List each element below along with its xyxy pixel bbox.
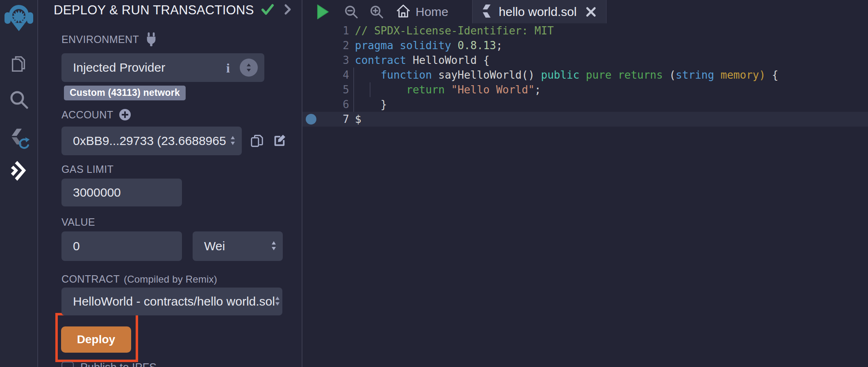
success-check-icon bbox=[261, 2, 275, 18]
deploy-highlight-box: Deploy bbox=[55, 313, 138, 362]
code-line-6: 6 } bbox=[302, 97, 868, 112]
code-text: } bbox=[355, 98, 387, 111]
line-number[interactable]: 7 bbox=[317, 113, 349, 125]
deploy-run-icon[interactable] bbox=[7, 160, 30, 183]
tab-home-label: Home bbox=[416, 5, 448, 19]
glyph-margin[interactable] bbox=[302, 68, 317, 82]
code-line-5: 5 return "Hello World"; bbox=[302, 82, 868, 97]
line-number[interactable]: 2 bbox=[317, 39, 349, 52]
contract-select[interactable]: HelloWorld - contracts/hello world.sol bbox=[61, 288, 282, 315]
tab-file-label: hello world.sol bbox=[499, 5, 577, 19]
home-icon bbox=[396, 4, 411, 20]
code-text: pragma solidity 0.8.13; bbox=[355, 39, 502, 52]
tab-hello-world-sol[interactable]: hello world.sol bbox=[472, 0, 607, 23]
environment-select[interactable]: Injected Provider bbox=[61, 53, 264, 82]
value-unit-select[interactable]: Wei bbox=[193, 231, 283, 261]
glyph-margin[interactable] bbox=[302, 23, 317, 38]
breakpoint-dot[interactable] bbox=[306, 114, 316, 125]
code-text: return "Hello World"; bbox=[355, 84, 541, 96]
network-badge: Custom (43113) network bbox=[64, 86, 186, 100]
glyph-margin[interactable] bbox=[302, 38, 317, 53]
contract-sublabel: (Compiled by Remix) bbox=[124, 274, 217, 284]
environment-label-row: ENVIRONMENT bbox=[61, 32, 302, 47]
code-line-3: 3contract HelloWorld { bbox=[302, 53, 868, 68]
gas-limit-label: GAS LIMIT bbox=[61, 164, 302, 174]
line-number[interactable]: 3 bbox=[317, 54, 349, 66]
code-line-2: 2pragma solidity 0.8.13; bbox=[302, 38, 868, 53]
code-text: contract HelloWorld { bbox=[355, 54, 490, 66]
deploy-button[interactable]: Deploy bbox=[61, 326, 131, 353]
glyph-margin[interactable] bbox=[302, 82, 317, 97]
environment-updown-icon[interactable] bbox=[240, 59, 258, 77]
add-account-icon[interactable] bbox=[119, 109, 131, 121]
edit-account-icon[interactable] bbox=[272, 134, 286, 148]
copy-account-icon[interactable] bbox=[250, 134, 264, 148]
account-value: 0xBB9...29733 (23.6688965 bbox=[73, 134, 226, 148]
account-select[interactable]: 0xBB9...29733 (23.6688965 bbox=[61, 127, 242, 155]
contract-value: HelloWorld - contracts/hello world.sol bbox=[73, 295, 275, 308]
glyph-margin[interactable] bbox=[302, 97, 317, 112]
value-row: 0 Wei bbox=[61, 231, 302, 261]
breakpoint-margin[interactable] bbox=[302, 112, 317, 127]
tab-home[interactable]: Home bbox=[396, 4, 448, 20]
gas-limit-value: 3000000 bbox=[73, 186, 121, 199]
value-amount: 0 bbox=[73, 239, 80, 253]
value-label: VALUE bbox=[61, 217, 302, 227]
gas-limit-input[interactable]: 3000000 bbox=[61, 179, 182, 206]
editor-area: Home hello world.sol 1// SPDX-License-Id… bbox=[302, 0, 868, 367]
account-label: ACCOUNT bbox=[61, 110, 113, 120]
close-tab-icon[interactable] bbox=[586, 7, 596, 17]
contract-label: CONTRACT bbox=[61, 274, 120, 284]
code-editor[interactable]: 1// SPDX-License-Identifier: MIT2pragma … bbox=[302, 23, 868, 367]
environment-value: Injected Provider bbox=[73, 61, 165, 75]
contract-label-row: CONTRACT (Compiled by Remix) bbox=[61, 274, 302, 284]
search-icon[interactable] bbox=[7, 88, 30, 111]
contract-updown-icon bbox=[275, 295, 280, 308]
panel-body: ENVIRONMENT Injected Provider i bbox=[38, 32, 302, 367]
account-updown-icon bbox=[230, 134, 235, 148]
environment-info-icon[interactable]: i bbox=[226, 61, 230, 76]
solidity-compiler-icon[interactable] bbox=[7, 125, 30, 152]
code-text: // SPDX-License-Identifier: MIT bbox=[355, 25, 554, 37]
editor-tabbar: Home hello world.sol bbox=[302, 0, 868, 23]
run-script-icon[interactable] bbox=[316, 4, 329, 20]
code-text: function sayHelloWorld() public pure ret… bbox=[355, 69, 778, 81]
value-unit: Wei bbox=[204, 239, 225, 253]
collapse-chevron-icon[interactable] bbox=[284, 3, 292, 17]
solidity-file-icon bbox=[482, 4, 492, 20]
publish-ipfs-row: Publish to IPFS bbox=[61, 361, 302, 367]
remix-ide: DEPLOY & RUN TRANSACTIONS ENVIRONMENT bbox=[0, 0, 868, 367]
code-line-7: 7$ bbox=[302, 112, 868, 127]
file-explorer-icon[interactable] bbox=[7, 54, 30, 75]
account-label-row: ACCOUNT bbox=[61, 109, 302, 121]
glyph-margin[interactable] bbox=[302, 53, 317, 68]
line-number[interactable]: 6 bbox=[317, 98, 349, 111]
line-number[interactable]: 4 bbox=[317, 69, 349, 81]
deploy-run-panel: DEPLOY & RUN TRANSACTIONS ENVIRONMENT bbox=[38, 0, 302, 367]
line-number[interactable]: 5 bbox=[317, 84, 349, 96]
account-row: 0xBB9...29733 (23.6688965 bbox=[61, 127, 302, 155]
panel-title: DEPLOY & RUN TRANSACTIONS bbox=[54, 3, 254, 18]
zoom-in-icon[interactable] bbox=[370, 5, 384, 19]
icon-sidebar bbox=[0, 0, 38, 367]
line-number[interactable]: 1 bbox=[317, 25, 349, 37]
remix-logo[interactable] bbox=[4, 2, 34, 34]
environment-label: ENVIRONMENT bbox=[61, 34, 139, 45]
panel-header: DEPLOY & RUN TRANSACTIONS bbox=[38, 0, 302, 20]
publish-ipfs-checkbox[interactable] bbox=[61, 362, 74, 367]
value-input[interactable]: 0 bbox=[61, 231, 182, 261]
code-line-4: 4 function sayHelloWorld() public pure r… bbox=[302, 68, 868, 82]
publish-ipfs-label: Publish to IPFS bbox=[80, 361, 157, 367]
code-lines: 1// SPDX-License-Identifier: MIT2pragma … bbox=[302, 23, 868, 127]
plug-icon bbox=[145, 32, 158, 47]
code-text: $ bbox=[355, 113, 361, 125]
code-line-1: 1// SPDX-License-Identifier: MIT bbox=[302, 23, 868, 38]
zoom-out-icon[interactable] bbox=[344, 5, 358, 19]
unit-updown-icon bbox=[271, 239, 276, 253]
